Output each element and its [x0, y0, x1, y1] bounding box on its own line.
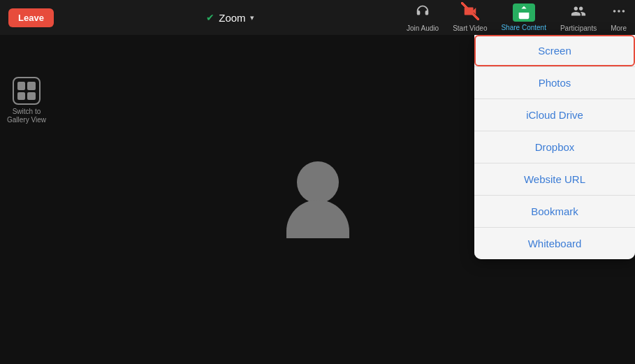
gallery-view-button[interactable]: Switch toGallery View [7, 77, 46, 124]
avatar-head [297, 161, 339, 203]
participants-label: Participants [560, 24, 597, 32]
more-button[interactable]: More [611, 3, 627, 32]
svg-point-1 [618, 10, 620, 13]
more-label: More [611, 24, 627, 32]
gallery-icon [13, 77, 41, 105]
user-avatar [286, 161, 349, 238]
app-name: Zoom [219, 12, 245, 24]
leave-button[interactable]: Leave [8, 8, 54, 27]
start-video-button[interactable]: Start Video [453, 3, 487, 32]
dropdown-item-whiteboard[interactable]: Whiteboard [474, 228, 635, 259]
gallery-view-label: Switch toGallery View [7, 108, 46, 124]
avatar-body [286, 200, 349, 238]
sidebar-left: Switch toGallery View [7, 77, 46, 124]
dropdown-item-website-url[interactable]: Website URL [474, 163, 635, 196]
join-audio-label: Join Audio [407, 24, 439, 32]
shield-icon: ✔ [206, 12, 214, 23]
headphone-icon [415, 3, 430, 22]
chevron-down-icon[interactable]: ▾ [250, 13, 254, 22]
dropdown-item-photos[interactable]: Photos [474, 67, 635, 99]
dropdown-item-screen[interactable]: Screen [474, 35, 635, 67]
toolbar-right: Join Audio Start Video Share Content [407, 3, 627, 32]
share-content-dropdown: Screen Photos iCloud Drive Dropbox Websi… [474, 35, 635, 259]
ellipsis-icon [611, 3, 627, 22]
svg-point-2 [622, 10, 625, 13]
share-content-icon [513, 3, 535, 22]
top-bar: Leave ✔ Zoom ▾ Join Audio Start Video [0, 0, 635, 35]
share-content-button[interactable]: Share Content [501, 3, 546, 31]
dropdown-item-bookmark[interactable]: Bookmark [474, 196, 635, 228]
dropdown-item-icloud-drive[interactable]: iCloud Drive [474, 99, 635, 131]
people-icon [571, 3, 586, 22]
video-off-icon [462, 3, 478, 22]
zoom-title: ✔ Zoom ▾ [206, 12, 254, 24]
svg-point-0 [613, 10, 615, 13]
share-content-label: Share Content [501, 24, 546, 31]
dropdown-item-dropbox[interactable]: Dropbox [474, 131, 635, 163]
start-video-label: Start Video [453, 24, 487, 32]
join-audio-button[interactable]: Join Audio [407, 3, 439, 32]
participants-button[interactable]: Participants [560, 3, 597, 32]
